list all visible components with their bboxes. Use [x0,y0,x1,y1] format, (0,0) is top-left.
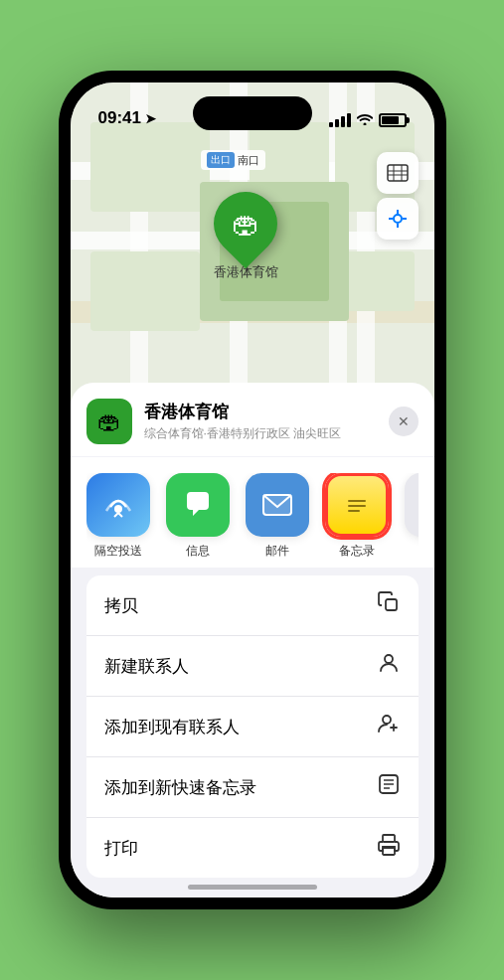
more-apps-icon [405,473,419,537]
svg-line-8 [118,513,122,517]
messages-label: 信息 [186,543,210,560]
venue-header: 🏟 香港体育馆 综合体育馆·香港特别行政区 油尖旺区 ✕ [71,383,434,456]
svg-line-7 [114,513,118,517]
map-controls [377,152,419,242]
wifi-icon [357,112,373,128]
battery-icon [379,113,407,127]
mail-label: 邮件 [265,543,289,560]
copy-icon [377,590,401,620]
airdrop-label: 隔空投送 [94,543,142,560]
location-button[interactable] [377,198,419,240]
print-icon [377,833,401,863]
mail-share-button[interactable]: 邮件 [246,473,309,560]
location-icon: ➤ [145,111,156,126]
svg-rect-22 [383,848,395,855]
new-contact-action[interactable]: 新建联系人 [86,636,419,697]
add-quick-note-action[interactable]: 添加到新快速备忘录 [86,757,419,818]
notes-icon [325,473,389,537]
venue-info: 香港体育馆 综合体育馆·香港特别行政区 油尖旺区 [144,401,377,442]
phone-screen: 09:41 ➤ [71,82,434,898]
venue-subtitle: 综合体育馆·香港特别行政区 油尖旺区 [144,425,377,442]
map-type-button[interactable] [377,152,419,194]
copy-action[interactable]: 拷贝 [86,575,419,636]
add-to-existing-contact-action[interactable]: 添加到现有联系人 [86,697,419,757]
status-icons [329,112,407,128]
mail-icon [246,473,309,537]
add-contact-icon [377,712,401,741]
close-button[interactable]: ✕ [389,407,419,436]
stadium-icon: 🏟 [232,208,259,241]
location-pin: 🏟 香港体育馆 [214,192,278,281]
svg-point-15 [385,655,393,663]
svg-rect-14 [386,599,397,610]
more-share-button[interactable]: 提 [405,473,419,560]
quick-note-icon [377,772,401,802]
dynamic-island [193,96,312,130]
status-time: 09:41 ➤ [98,108,156,128]
phone-frame: 09:41 ➤ [59,71,446,909]
notes-label: 备忘录 [339,543,375,560]
new-contact-icon [377,651,401,681]
signal-icon [329,113,351,127]
airdrop-icon [86,473,150,537]
action-list: 拷贝 新建联系人 [86,575,419,878]
share-row: 隔空投送 信息 [71,457,434,568]
airdrop-share-button[interactable]: 隔空投送 [86,473,150,560]
notes-share-button[interactable]: 备忘录 [325,473,389,560]
map-label-south-entrance: 出口 南口 [201,150,265,170]
svg-rect-0 [388,165,408,181]
home-indicator [188,885,317,890]
print-action[interactable]: 打印 [86,818,419,878]
messages-share-button[interactable]: 信息 [166,473,230,560]
bottom-sheet: 🏟 香港体育馆 综合体育馆·香港特别行政区 油尖旺区 ✕ [71,383,434,898]
svg-point-16 [383,716,391,724]
venue-icon: 🏟 [86,399,132,444]
share-apps-list: 隔空投送 信息 [86,473,419,560]
svg-rect-21 [383,835,395,842]
svg-point-6 [114,505,122,513]
venue-name: 香港体育馆 [144,401,377,423]
svg-point-1 [394,215,402,223]
messages-icon [166,473,230,537]
